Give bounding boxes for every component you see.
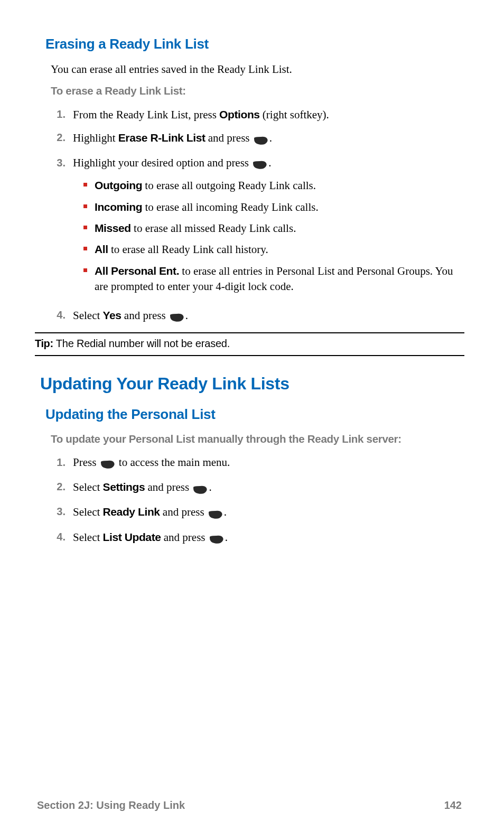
bullet-text: All Personal Ent. to erase all entries i… [95,263,462,295]
step-body: Select Ready Link and press MenuOK. [73,504,462,521]
list-item: 1.From the Ready Link List, press Option… [51,107,462,123]
bullet-bold: Incoming [95,201,142,213]
list-item: 2.Select Settings and press MenuOK. [51,479,462,497]
heading-updating: Updating Your Ready Link Lists [40,374,462,394]
bullet-bold: Outgoing [95,179,142,191]
list-item: 3.Select Ready Link and press MenuOK. [51,504,462,521]
menu-ok-key-icon: MenuOK [208,506,223,521]
menu-ok-key-icon: MenuOK [193,481,208,497]
bullet-text: Incoming to erase all incoming Ready Lin… [95,199,319,215]
step-number: 1. [51,107,73,122]
menu-ok-key-icon: MenuOK [100,456,115,472]
step-number: 1. [51,455,73,470]
step-number: 3. [51,155,73,170]
sub-bullets: Outgoing to erase all outgoing Ready Lin… [73,178,462,294]
step-body: Select Yes and press MenuOK. [73,307,462,325]
bullet-item: All Personal Ent. to erase all entries i… [73,263,462,295]
square-bullet-icon [83,247,87,250]
lead-update: To update your Personal List manually th… [51,432,431,446]
bullet-text: Missed to erase all missed Ready Link ca… [95,220,296,236]
bullet-bold: All Personal Ent. [95,265,179,277]
bold-term: Erase R-Link List [118,132,206,144]
bold-term: Options [219,108,260,120]
list-item: 4.Select Yes and press MenuOK. [51,307,462,325]
bold-term: List Update [103,531,161,543]
menu-ok-key-icon: MenuOK [170,310,184,325]
step-body: Highlight your desired option and press … [73,155,462,300]
list-item: 4.Select List Update and press MenuOK. [51,529,462,547]
step-number: 2. [51,479,73,494]
square-bullet-icon [83,204,87,208]
bold-term: Yes [103,309,122,321]
step-body: Highlight Erase R-Link List and press Me… [73,130,462,147]
step-body: Select List Update and press MenuOK. [73,529,462,547]
square-bullet-icon [83,183,87,186]
bullet-item: Outgoing to erase all outgoing Ready Lin… [73,178,462,193]
menu-ok-key-icon: MenuOK [209,531,224,547]
bullet-bold: Missed [95,222,131,234]
square-bullet-icon [83,226,87,229]
list-item: 1.Press MenuOK to access the main menu. [51,455,462,472]
step-body: Select Settings and press MenuOK. [73,479,462,497]
bullet-text: Outgoing to erase all outgoing Ready Lin… [95,178,316,193]
steps-update: 1.Press MenuOK to access the main menu.2… [51,455,462,547]
intro-text: You can erase all entries saved in the R… [51,62,462,77]
step-body: Press MenuOK to access the main menu. [73,455,462,472]
bullet-text: All to erase all Ready Link call history… [95,241,268,257]
bullet-item: Incoming to erase all incoming Ready Lin… [73,199,462,215]
list-item: 3.Highlight your desired option and pres… [51,155,462,300]
tip-text: The Redial number will not be erased. [53,338,230,349]
tip-label: Tip: [35,338,53,349]
heading-updating-personal: Updating the Personal List [45,406,462,423]
page-footer: Section 2J: Using Ready Link 142 [37,799,462,811]
bullet-item: All to erase all Ready Link call history… [73,241,462,257]
heading-erasing: Erasing a Ready Link List [45,36,462,52]
bullet-bold: All [95,243,108,255]
footer-page: 142 [444,799,462,811]
lead-erase: To erase a Ready Link List: [51,84,462,98]
bold-term: Settings [103,481,145,493]
step-number: 3. [51,504,73,519]
menu-ok-key-icon: MenuOK [253,157,267,172]
tip-box: Tip: The Redial number will not be erase… [35,332,464,356]
bold-term: Ready Link [103,506,160,518]
step-number: 4. [51,307,73,322]
step-number: 4. [51,529,73,544]
bullet-item: Missed to erase all missed Ready Link ca… [73,220,462,236]
step-number: 2. [51,130,73,145]
list-item: 2.Highlight Erase R-Link List and press … [51,130,462,147]
steps-erase: 1.From the Ready Link List, press Option… [51,107,462,325]
footer-section: Section 2J: Using Ready Link [37,799,185,811]
step-body: From the Ready Link List, press Options … [73,107,462,123]
square-bullet-icon [83,268,87,272]
menu-ok-key-icon: MenuOK [254,132,268,147]
